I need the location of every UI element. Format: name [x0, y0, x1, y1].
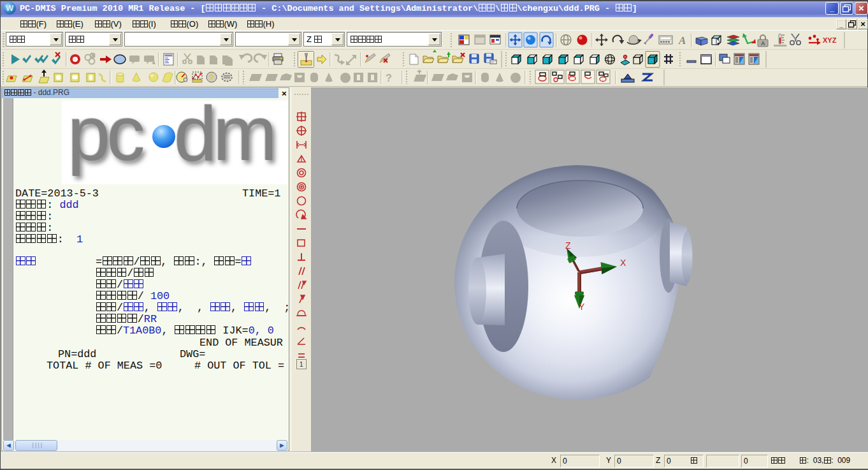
- svg-text:Y: Y: [579, 302, 585, 312]
- svg-text:X: X: [620, 258, 626, 268]
- svg-text:XYZ: XYZ: [823, 36, 837, 44]
- svg-text:1: 1: [300, 361, 303, 368]
- svg-text:?: ?: [209, 73, 213, 82]
- svg-text:A: A: [761, 40, 765, 47]
- svg-text:A: A: [678, 34, 686, 47]
- svg-text:?: ?: [386, 73, 392, 84]
- svg-text:Z: Z: [565, 240, 571, 251]
